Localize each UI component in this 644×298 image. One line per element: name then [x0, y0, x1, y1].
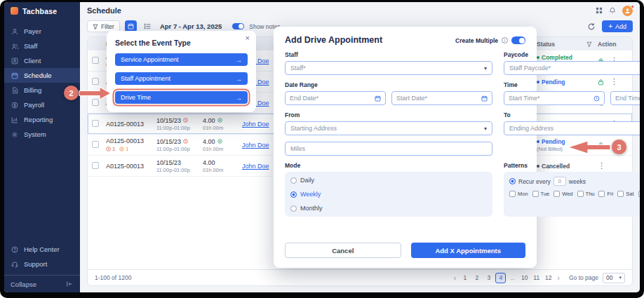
from-address-select[interactable]: Starting Address ▾: [285, 121, 492, 135]
toolbar-right: + Add: [587, 20, 633, 32]
page-button[interactable]: 1: [459, 273, 470, 283]
cancel-button[interactable]: Cancel: [285, 243, 401, 258]
row-checkbox[interactable]: [92, 141, 99, 148]
page-button-active[interactable]: 4: [495, 273, 506, 283]
miles-input-wrap: [285, 142, 492, 156]
row-checkbox[interactable]: [92, 57, 99, 64]
day-mon-checkbox[interactable]: Mon: [509, 191, 528, 197]
refresh-icon[interactable]: [587, 22, 596, 31]
end-time-input[interactable]: [615, 95, 640, 102]
annotation-step-3: 3: [612, 140, 626, 154]
sidebar-item-system[interactable]: System: [4, 127, 80, 142]
add-button[interactable]: + Add: [602, 20, 633, 32]
chevron-down-icon: ▾: [484, 126, 487, 132]
to-address-select[interactable]: Ending Address ▾: [504, 121, 640, 135]
sidebar-item-schedule[interactable]: Schedule: [4, 68, 80, 83]
radio-checked-icon: [290, 191, 297, 198]
mode-monthly-radio[interactable]: Monthly: [290, 205, 487, 212]
staff-select[interactable]: Staff* ▾: [285, 61, 492, 75]
notification-dot: [631, 5, 634, 8]
row-checkbox[interactable]: [92, 78, 99, 85]
appointment-id: A0125-00013: [106, 121, 156, 128]
avatar[interactable]: [622, 6, 633, 16]
page-button[interactable]: 10: [519, 273, 530, 283]
staff-link[interactable]: John Doe: [242, 163, 269, 170]
drive-time-button[interactable]: Drive Time →: [115, 91, 248, 104]
row-checkbox[interactable]: [92, 162, 99, 169]
calendar-icon: [375, 95, 381, 102]
paycode-select[interactable]: Staff Paycode* ▾: [504, 61, 640, 75]
page-button[interactable]: 3: [483, 273, 494, 283]
drive-modal-title: Add Drive Appointment: [285, 35, 382, 45]
sidebar-collapse-button[interactable]: Collapse: [4, 275, 80, 292]
paycode-field-label: Paycode: [504, 51, 640, 58]
sidebar-item-reporting[interactable]: Reporting: [4, 112, 80, 127]
late-clock-icon: [183, 118, 188, 123]
chart-icon: [11, 116, 19, 123]
day-wed-checkbox[interactable]: Wed: [554, 191, 572, 197]
checkbox-icon: [509, 191, 516, 197]
field-mode: Mode Daily Weekly Monthly: [285, 162, 492, 217]
calendar-icon: [11, 72, 19, 79]
plus-icon: +: [608, 23, 612, 30]
info-icon[interactable]: i: [502, 37, 508, 43]
checkbox-icon: [617, 191, 624, 197]
show-notes-toggle[interactable]: [232, 23, 244, 29]
radio-icon: [290, 177, 297, 184]
create-multiple-label: Create Multiple: [455, 37, 498, 44]
page-title: Schedule: [87, 6, 121, 15]
patterns-options: Recur every weeks Mon Tue Wed Thu Fri Sa…: [504, 172, 640, 217]
sidebar-item-label: System: [24, 130, 46, 138]
staff-appointment-button[interactable]: Staff Appointment →: [115, 72, 248, 85]
staff-link[interactable]: John Doe: [242, 142, 269, 149]
add-appointments-button[interactable]: Add X Appointments: [411, 243, 526, 258]
prev-page-icon[interactable]: ‹: [452, 273, 459, 282]
page-button[interactable]: 12: [543, 273, 554, 283]
arrow-right-icon: →: [235, 94, 242, 102]
page-button[interactable]: 11: [531, 273, 542, 283]
recur-weeks-input[interactable]: [554, 177, 566, 186]
sidebar-item-help-center[interactable]: Help Center: [4, 242, 80, 257]
staff-link[interactable]: John Doe: [242, 121, 269, 128]
close-icon[interactable]: ×: [246, 34, 250, 42]
radio-checked-icon[interactable]: [509, 178, 516, 184]
person-icon: [11, 28, 19, 35]
bell-icon[interactable]: [609, 7, 616, 14]
recur-row: Recur every weeks: [509, 177, 640, 186]
day-sat-checkbox[interactable]: Sat: [617, 191, 633, 197]
end-date-input[interactable]: [290, 95, 372, 102]
row-checkbox[interactable]: [92, 120, 99, 127]
brand-name: Tachbase: [22, 7, 57, 15]
column-header-action: Action: [596, 41, 628, 48]
top-header: Schedule: [80, 2, 640, 19]
sidebar-item-client[interactable]: Client: [4, 53, 80, 68]
service-appointment-button[interactable]: Service Appointment →: [115, 53, 248, 66]
start-time-input[interactable]: [509, 95, 591, 102]
sidebar-item-payer[interactable]: Payer: [4, 24, 80, 39]
field-staff: Staff Staff* ▾: [285, 51, 492, 75]
row-badges: 1 1: [106, 146, 156, 152]
create-multiple-toggle[interactable]: [511, 36, 525, 44]
page-button[interactable]: 2: [471, 273, 482, 283]
goto-page-select[interactable]: 00 ▾: [603, 273, 625, 283]
day-thu-checkbox[interactable]: Thu: [577, 191, 595, 197]
apps-icon[interactable]: [596, 7, 603, 14]
start-date-input-wrap: [391, 91, 492, 105]
day-sun-checkbox[interactable]: Sun: [638, 191, 640, 197]
next-page-icon[interactable]: ›: [555, 273, 562, 282]
start-date-input[interactable]: [396, 95, 478, 102]
sidebar: Tachbase Payer Staff Client Schedule Bil…: [4, 2, 80, 292]
sidebar-item-support[interactable]: Support: [4, 257, 80, 271]
event-modal-title: Select the Event Type: [115, 39, 248, 47]
row-checkbox[interactable]: [92, 99, 99, 106]
day-fri-checkbox[interactable]: Fri: [598, 191, 613, 197]
sidebar-item-staff[interactable]: Staff: [4, 39, 80, 53]
day-tue-checkbox[interactable]: Tue: [532, 191, 550, 197]
clock-icon: [593, 95, 600, 102]
status-filter-icon[interactable]: [583, 41, 596, 47]
checkbox-icon: [554, 191, 560, 197]
miles-input[interactable]: [290, 145, 487, 152]
mode-weekly-radio[interactable]: Weekly: [290, 191, 487, 198]
sidebar-item-label: Support: [24, 260, 47, 268]
mode-daily-radio[interactable]: Daily: [290, 177, 487, 184]
